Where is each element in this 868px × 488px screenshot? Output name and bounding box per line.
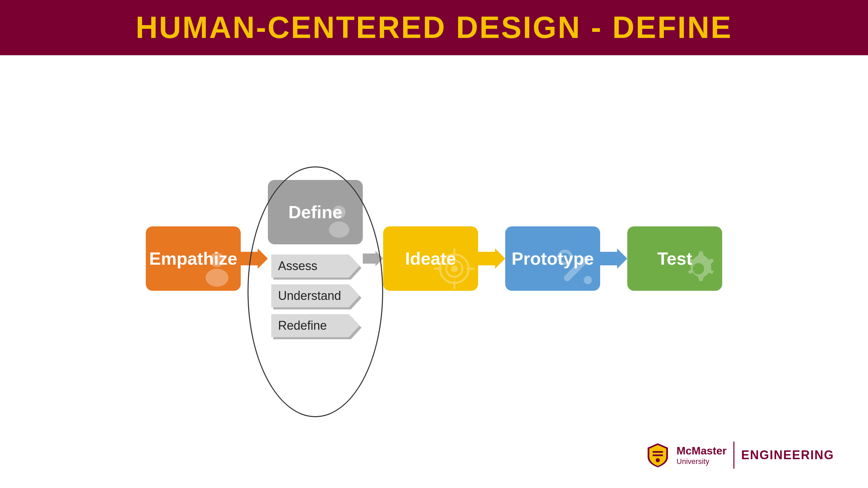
arrow-ideate-prototype — [478, 248, 505, 269]
svg-marker-14 — [478, 248, 505, 269]
university-logo: McMaster University ENGINEERING — [646, 442, 834, 469]
svg-point-17 — [584, 276, 592, 284]
ideate-label: Ideate — [405, 248, 456, 269]
prototype-label: Prototype — [512, 248, 594, 269]
step-empathize: Empathize — [146, 226, 241, 291]
substep-redefine: Redefine — [271, 314, 359, 337]
svg-point-22 — [656, 458, 660, 462]
slide-header: HUMAN-CENTERED DESIGN - DEFINE — [0, 0, 868, 55]
arrow-prototype-test — [600, 248, 627, 269]
test-label: Test — [657, 248, 692, 269]
step-ideate: Ideate — [383, 226, 478, 291]
svg-marker-6 — [363, 251, 383, 266]
svg-point-4 — [329, 222, 349, 238]
svg-rect-20 — [653, 451, 663, 453]
substep-understand: Understand — [271, 284, 359, 307]
empathize-label: Empathize — [149, 248, 237, 269]
engineering-label: ENGINEERING — [741, 448, 834, 462]
svg-rect-21 — [653, 454, 663, 456]
step-define: ? Define — [268, 180, 363, 244]
slide-title: HUMAN-CENTERED DESIGN - DEFINE — [136, 10, 732, 45]
step-prototype: Prototype — [505, 226, 600, 291]
define-label: Define — [289, 202, 342, 222]
define-section: ? Define Assess Understand — [268, 180, 363, 337]
substep-assess: Assess — [271, 255, 359, 278]
main-content: Empathize ? Define — [0, 55, 868, 488]
understand-label: Understand — [278, 289, 341, 303]
flow-diagram: Empathize ? Define — [20, 180, 848, 337]
svg-marker-2 — [241, 248, 268, 269]
mcmaster-shield-icon — [646, 442, 670, 469]
step-test: Test — [627, 226, 722, 291]
assess-label: Assess — [278, 259, 317, 273]
svg-point-1 — [205, 269, 228, 287]
svg-marker-18 — [600, 248, 627, 269]
arrow-define-ideate — [363, 250, 383, 267]
logo-divider — [733, 442, 734, 469]
arrow-empathize-define — [241, 248, 268, 269]
university-name: University — [676, 457, 727, 466]
redefine-label: Redefine — [278, 319, 327, 333]
mcmaster-text: McMaster University — [676, 444, 727, 466]
define-substeps: Assess Understand Redefine — [271, 255, 359, 337]
mcmaster-name: McMaster — [676, 444, 727, 457]
svg-point-19 — [693, 263, 704, 274]
